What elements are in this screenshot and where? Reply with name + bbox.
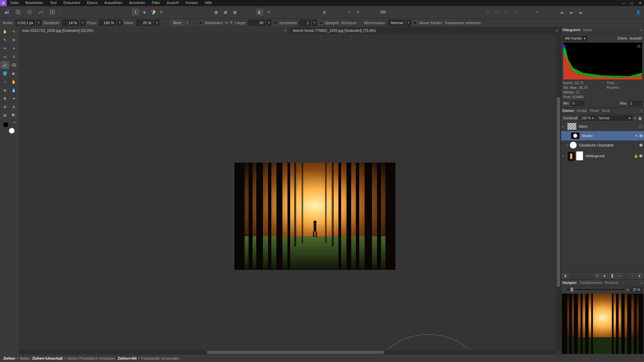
menu-dokument[interactable]: Dokument <box>60 0 84 6</box>
shape-tool[interactable]: ★ <box>1 103 9 111</box>
color-sliders-btn[interactable]: ✎ <box>157 8 165 16</box>
adjustment-button[interactable]: ◐ <box>602 273 608 279</box>
zoom-value[interactable]: 25 % <box>631 287 642 292</box>
width-dropdown[interactable]: ▾ <box>37 20 41 26</box>
wetedge-checkbox[interactable] <box>413 21 417 25</box>
mask-button[interactable]: ◧ <box>562 273 569 279</box>
gradient-tool[interactable]: ◐ <box>10 69 18 77</box>
account-btn[interactable]: 👤 <box>635 8 642 16</box>
close-tab-icon[interactable]: ✕ <box>555 29 558 33</box>
visibility-toggle[interactable] <box>639 125 643 128</box>
length-input[interactable]: 35 <box>248 20 265 26</box>
color-swatches[interactable]: ⇄ <box>3 122 15 134</box>
symmetry-dropdown[interactable]: ▾ <box>312 20 317 26</box>
arrange-2[interactable]: ⬚ <box>493 8 500 16</box>
blendmode-dropdown[interactable]: ▾ <box>406 20 411 26</box>
opacity-dropdown[interactable]: ▾ <box>80 20 85 26</box>
blendmode-select[interactable]: Normal <box>388 20 405 26</box>
crop-tool[interactable]: ⧉ <box>10 36 18 44</box>
history-tab[interactable]: Protokoll <box>605 281 618 285</box>
livefilter-button[interactable]: ⏳ <box>609 273 615 279</box>
symmetry-input[interactable]: 1 <box>299 20 311 26</box>
sel-mode-3[interactable]: ▦ <box>231 8 238 16</box>
mirror-checkbox[interactable] <box>319 21 323 25</box>
ebenen-tab[interactable]: Ebenen <box>562 109 574 113</box>
pen-tool[interactable]: ✒ <box>10 95 18 103</box>
layer-name[interactable]: Gaußsche Unschärfe <box>578 143 638 147</box>
fill-tool[interactable]: 🪣 <box>1 69 9 77</box>
color-format-btn[interactable]: 🌡 <box>132 8 139 16</box>
quickmask-btn[interactable]: ◧ <box>256 8 263 16</box>
menu-hilfe[interactable]: Hilfe <box>201 0 215 6</box>
freehand-select-tool[interactable]: ↯ <box>10 53 18 61</box>
cloud-1[interactable]: ☁ <box>558 8 566 16</box>
mesh-tool[interactable]: ⊞ <box>1 111 9 119</box>
arrange-3[interactable]: ⬚ <box>502 8 510 16</box>
cloud-3[interactable]: ☁ <box>577 8 584 16</box>
assist-btn[interactable]: ✦ <box>345 8 353 16</box>
layer-name[interactable]: Maske <box>581 134 634 138</box>
disclosure-icon[interactable]: ▸ <box>562 125 566 128</box>
menu-filter[interactable]: Filter <box>149 0 163 6</box>
zoom-in-icon[interactable]: ＋ <box>626 287 630 292</box>
flow-dropdown[interactable]: ▾ <box>117 20 122 26</box>
stabilizer-checkbox[interactable] <box>199 21 203 25</box>
panel-menu-icon[interactable]: ≡ <box>641 28 643 32</box>
menu-ebene[interactable]: Ebene <box>84 0 101 6</box>
add-layer-button[interactable]: ＋ <box>629 273 635 279</box>
protect-label[interactable]: Schützen <box>341 21 357 25</box>
menu-bearbeiten[interactable]: Bearbeiten <box>22 0 47 6</box>
length-dropdown[interactable]: ▾ <box>267 20 271 26</box>
zoom-out-icon[interactable]: − <box>563 288 565 292</box>
close-tab-icon[interactable]: ✕ <box>284 29 287 33</box>
flood-select-tool[interactable]: ✦ <box>10 44 18 52</box>
sel-mode-2[interactable]: ▦ <box>222 8 229 16</box>
arrange-1[interactable]: ⬚ <box>484 8 491 16</box>
document-tab-2[interactable]: beech-forest-779902_1920.jpg [Geändert] … <box>290 27 561 34</box>
window-minimize[interactable]: — <box>620 0 628 6</box>
layer-hintergrund[interactable]: ▸ Hintergrund 🔒 <box>561 150 644 162</box>
text-tool[interactable]: A <box>10 103 18 111</box>
erase-tool[interactable]: ⌫ <box>10 61 18 69</box>
opacity-input[interactable]: 14 % <box>62 20 79 26</box>
protectalpha-label[interactable]: Transparenz schützen <box>444 21 480 25</box>
flow-input[interactable]: 100 % <box>99 20 116 26</box>
channel-select[interactable]: Alle Kanäle▾ <box>563 36 587 41</box>
zoom-slider[interactable] <box>567 289 625 290</box>
background-color-swatch[interactable] <box>9 128 15 134</box>
layer-fx-icon[interactable]: ⚙ <box>634 116 637 120</box>
layer-maske[interactable]: Maske ✎ <box>561 131 644 140</box>
menu-text[interactable]: Text <box>47 0 60 6</box>
visibility-toggle[interactable] <box>639 134 643 137</box>
hand-tool[interactable]: ✋ <box>1 27 9 36</box>
align-btn[interactable]: ≡ <box>533 8 541 16</box>
layer-stern[interactable]: ▸ Stern <box>561 122 644 131</box>
menu-fenster[interactable]: Fenster <box>182 0 201 6</box>
menu-anordnen[interactable]: Anordnen <box>126 0 149 6</box>
more-button[interactable]: Mehr <box>170 20 184 26</box>
vertical-scrollbar[interactable] <box>556 34 561 350</box>
histogram-tab[interactable]: Histogramm <box>562 28 581 32</box>
persona-export[interactable] <box>48 7 57 17</box>
swap-colors-icon[interactable]: ⇄ <box>13 121 15 124</box>
move-tool[interactable]: ↖ <box>10 27 18 36</box>
preview-mode[interactable]: ⌨ <box>379 8 387 16</box>
pressure-toggle[interactable]: ⟆ <box>186 20 188 25</box>
kanaele-tab[interactable]: Kanäle <box>577 109 587 113</box>
visibility-toggle[interactable] <box>639 154 643 158</box>
dodge-tool[interactable]: ○ <box>1 78 9 86</box>
layer-gauss[interactable]: ↕ Gaußsche Unschärfe <box>561 140 644 150</box>
warning-icon[interactable]: ⚠ <box>637 44 641 48</box>
hardness-input[interactable]: 25 % <box>136 20 153 26</box>
stock-tab[interactable]: Stock <box>602 109 610 113</box>
cloud-2[interactable]: ☁ <box>568 8 575 16</box>
clone-tool[interactable]: ⊕ <box>1 86 9 94</box>
layer-lock-icon[interactable]: 🔒 <box>638 116 642 120</box>
min-input[interactable]: 0 <box>571 101 584 106</box>
color-profile-btn[interactable]: ◐ <box>141 8 149 16</box>
persona-tonemap[interactable] <box>36 7 46 17</box>
lock-icon[interactable]: 🔒 <box>634 154 638 158</box>
menu-datei[interactable]: Datei <box>7 0 22 6</box>
group-button[interactable]: ▭ <box>616 273 623 279</box>
stabilizer-mode2[interactable]: ⟳ <box>230 20 233 25</box>
